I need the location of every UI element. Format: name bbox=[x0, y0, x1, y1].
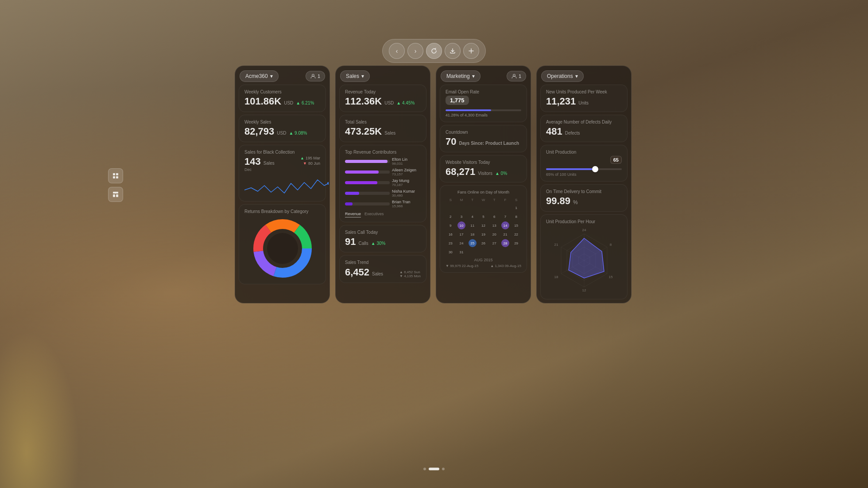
email-progress-bar bbox=[446, 109, 521, 111]
dot-active[interactable] bbox=[429, 468, 439, 470]
unit-production-card: Unit Production 65 65% of 100 Units bbox=[540, 145, 628, 182]
donut-chart bbox=[252, 217, 314, 279]
cal-day-3: 3 bbox=[457, 213, 465, 221]
sales-trend-label: Sales Trend bbox=[345, 260, 421, 265]
cal-day-9: 9 bbox=[446, 221, 454, 229]
total-sales-label: Total Sales bbox=[345, 120, 421, 124]
tab-revenue[interactable]: Revenue bbox=[345, 211, 361, 217]
on-time-delivery-card: On Time Delivery to Commit 99.89 % bbox=[540, 184, 628, 212]
contributor-row: Elton Lin98,031 bbox=[345, 157, 421, 166]
download-button[interactable] bbox=[445, 43, 461, 59]
email-open-label: Email Open Rate bbox=[446, 89, 521, 94]
unit-production-desc: 65% of 100 Units bbox=[546, 172, 622, 177]
dot-indicators bbox=[423, 468, 445, 470]
dot-3[interactable] bbox=[442, 468, 445, 470]
acme-panel-header: Acme360 ▾ 1 bbox=[235, 66, 329, 85]
calendar-grid: S M T W T F S 1 2 3 bbox=[446, 197, 521, 256]
trend-stat-2: ▼ 4,135 Mon bbox=[399, 274, 421, 278]
svg-text:12: 12 bbox=[582, 288, 586, 292]
acme-chevron-icon: ▾ bbox=[270, 73, 273, 79]
cal-day-21: 21 bbox=[501, 230, 509, 238]
email-progress-track bbox=[446, 109, 521, 111]
fans-header: Fans Online on Day of Month bbox=[446, 190, 521, 194]
sales-call-label: Sales Call Today bbox=[345, 230, 421, 235]
tab-executives[interactable]: Executives bbox=[364, 211, 384, 217]
new-units-card: New Units Produced Per Week 11,231 Units bbox=[540, 85, 628, 112]
sales-panel: Sales ▾ Revenue Today 112.36K USD ▲ 4.45… bbox=[335, 66, 430, 303]
defects-value: 481 Defects bbox=[546, 126, 622, 137]
acme-title-label: Acme360 bbox=[245, 73, 268, 79]
bc-down-arrow: ▼ bbox=[303, 161, 307, 166]
cal-month-label: AUG 2015 bbox=[446, 258, 521, 262]
black-collection-value: 143 Sales bbox=[244, 156, 275, 167]
cal-empty-5 bbox=[490, 204, 498, 212]
forward-button[interactable]: › bbox=[407, 43, 423, 59]
cal-stat-2: ▲ 1,343 09-Aug-15 bbox=[490, 264, 521, 268]
cal-day-30: 30 bbox=[446, 248, 454, 256]
refresh-icon bbox=[431, 48, 437, 54]
add-button[interactable] bbox=[463, 43, 479, 59]
lamp-decoration bbox=[0, 311, 89, 488]
weekly-sales-label: Weekly Sales bbox=[244, 120, 320, 124]
layout-icon bbox=[112, 191, 119, 198]
defects-daily-card: Average Number of Defects Daily 481 Defe… bbox=[540, 115, 628, 142]
operations-title-button[interactable]: Operations ▾ bbox=[541, 70, 584, 82]
contributor-row: Brian Tran15,966 bbox=[345, 200, 421, 208]
cal-day-16: 16 bbox=[446, 230, 454, 238]
svg-rect-2 bbox=[113, 176, 115, 178]
side-tools bbox=[108, 168, 123, 202]
cal-empty-4 bbox=[479, 204, 487, 212]
acme-user-badge[interactable]: 1 bbox=[306, 71, 325, 81]
marketing-user-badge[interactable]: 1 bbox=[507, 71, 526, 81]
slider-thumb[interactable] bbox=[592, 166, 598, 172]
contributor-row: Jay Mung70,187 bbox=[345, 178, 421, 187]
svg-text:15: 15 bbox=[608, 275, 612, 279]
svg-rect-6 bbox=[116, 194, 118, 197]
black-collection-right: ▲ 195 Mar ▼ 80 Jun bbox=[300, 156, 320, 166]
layout-icon-button[interactable] bbox=[108, 187, 123, 202]
acme-panel: Acme360 ▾ 1 Weekly Customers 101.86K USD… bbox=[235, 66, 330, 303]
revenue-today-label: Revenue Today bbox=[345, 89, 421, 94]
cal-day-11: 11 bbox=[469, 221, 477, 229]
cal-day-22: 22 bbox=[512, 230, 520, 238]
grid-icon-button[interactable] bbox=[108, 168, 123, 183]
dot-1[interactable] bbox=[423, 468, 426, 470]
marketing-user-count: 1 bbox=[519, 74, 521, 79]
cal-empty-2 bbox=[457, 204, 465, 212]
cal-day-12: 12 bbox=[479, 221, 487, 229]
marketing-title-button[interactable]: Marketing ▾ bbox=[441, 70, 480, 82]
sales-title-button[interactable]: Sales ▾ bbox=[340, 70, 370, 82]
top-revenue-label: Top Revenue Contributors bbox=[345, 150, 421, 155]
marketing-panel: Marketing ▾ 1 Email Open Rate 1,775 bbox=[436, 66, 531, 303]
returns-breakdown-card: Returns Breakdown by Category bbox=[239, 204, 326, 284]
cal-day-18: 18 bbox=[469, 230, 477, 238]
cal-day-14: 14 bbox=[501, 221, 509, 229]
marketing-panel-content: Email Open Rate 1,775 41.28% of 4,300 Em… bbox=[436, 85, 531, 276]
trend-stat-1: ▲ 6,452 Sun bbox=[399, 270, 421, 274]
cal-header-t2: T bbox=[489, 197, 500, 203]
cal-header-s1: S bbox=[446, 197, 456, 203]
svg-rect-0 bbox=[113, 173, 115, 175]
slider-container bbox=[546, 168, 622, 170]
cal-day-24: 24 bbox=[457, 239, 465, 247]
dashboard-container: Acme360 ▾ 1 Weekly Customers 101.86K USD… bbox=[235, 66, 633, 303]
fans-calendar-card: Fans Online on Day of Month S M T W T F … bbox=[440, 185, 527, 273]
acme-title-button[interactable]: Acme360 ▾ bbox=[240, 70, 279, 82]
contributor-row: Nisha Kumar30,480 bbox=[345, 189, 421, 198]
production-per-hour-card: Unit Production Per Hour bbox=[540, 214, 628, 299]
cal-day-20: 20 bbox=[490, 230, 498, 238]
email-badge: 1,775 bbox=[446, 96, 469, 105]
contributor-label: Elton Lin98,031 bbox=[392, 157, 421, 166]
refresh-button[interactable] bbox=[426, 43, 442, 59]
contributor-row: Aileen Zeigen73,157 bbox=[345, 168, 421, 176]
back-button[interactable]: ‹ bbox=[389, 43, 405, 59]
svg-rect-5 bbox=[113, 194, 115, 197]
on-time-value: 99.89 % bbox=[546, 195, 622, 207]
cal-header-m: M bbox=[457, 197, 467, 203]
cal-day-7: 7 bbox=[501, 213, 509, 221]
cal-day-4: 4 bbox=[469, 213, 477, 221]
cal-day-13: 13 bbox=[490, 221, 498, 229]
marketing-panel-header: Marketing ▾ 1 bbox=[436, 66, 531, 85]
bc-stat-1: ▲ 195 Mar bbox=[300, 156, 320, 160]
email-progress-fill bbox=[446, 109, 491, 111]
